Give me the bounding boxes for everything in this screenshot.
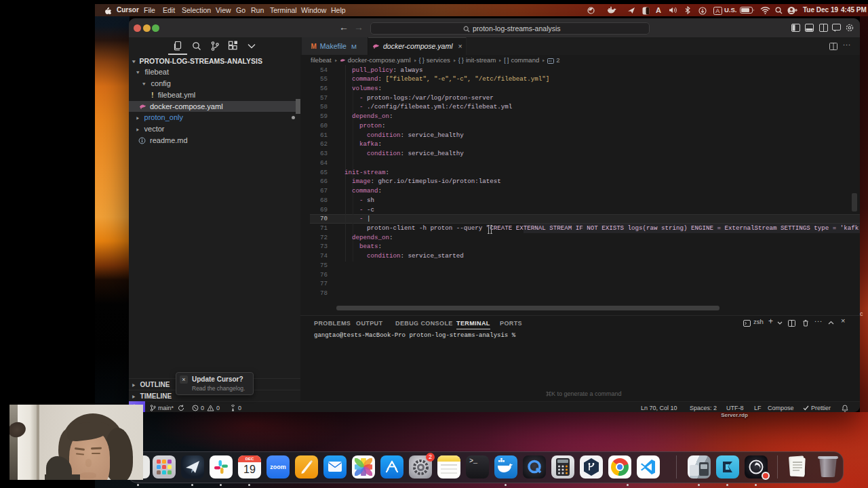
svg-text:A: A: [715, 7, 719, 14]
